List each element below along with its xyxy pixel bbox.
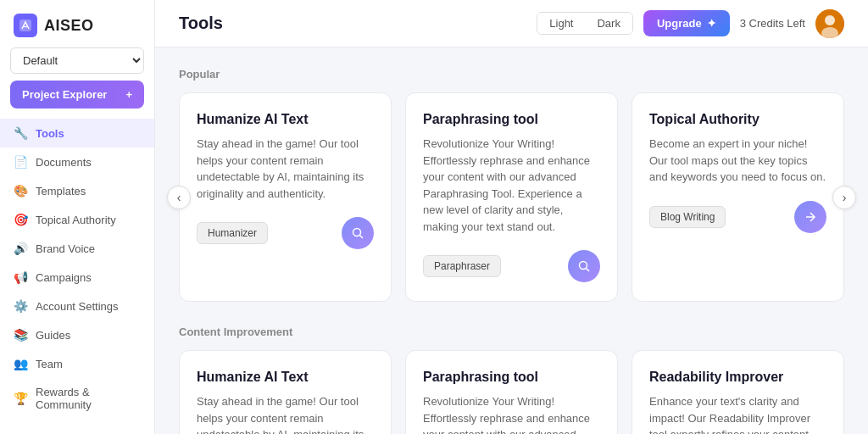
credits-left: 3 Credits Left xyxy=(740,17,805,30)
header: Tools Light Dark Upgrade ✦ 3 Credits Lef… xyxy=(155,0,868,47)
project-dropdown[interactable]: Default xyxy=(10,47,144,74)
improvement-card-1: Paraphrasing tool Revolutionize Your Wri… xyxy=(405,350,618,434)
sidebar-item-templates[interactable]: 🎨 Templates xyxy=(0,176,154,205)
popular-card-1-action[interactable] xyxy=(568,250,600,282)
logo-text: AISEO xyxy=(44,17,94,35)
team-icon: 👥 xyxy=(14,357,27,370)
sidebar-item-api[interactable]: 🔗 API xyxy=(0,419,154,424)
sidebar-item-rewards-community[interactable]: 🏆 Rewards & Community xyxy=(0,378,154,419)
popular-card-0-badge[interactable]: Humanizer xyxy=(197,222,268,244)
improvement-card-0-title: Humanize AI Text xyxy=(197,370,374,385)
upgrade-label: Upgrade xyxy=(657,17,702,30)
main-content: Tools Light Dark Upgrade ✦ 3 Credits Lef… xyxy=(155,0,868,434)
improvement-card-0: Humanize AI Text Stay ahead in the game!… xyxy=(179,350,392,434)
svg-point-4 xyxy=(353,229,361,236)
popular-card-2-action[interactable] xyxy=(794,201,826,233)
sidebar-item-brand-voice-label: Brand Voice xyxy=(36,242,95,255)
theme-light-button[interactable]: Light xyxy=(537,13,585,34)
popular-card-2-title: Topical Authority xyxy=(649,112,826,127)
sidebar-item-topical-authority[interactable]: 🎯 Topical Authority xyxy=(0,205,154,234)
popular-card-1-title: Paraphrasing tool xyxy=(423,112,600,127)
documents-icon: 📄 xyxy=(14,155,27,169)
sidebar-item-topical-authority-label: Topical Authority xyxy=(36,214,116,226)
improvement-section-label: Content Improvement xyxy=(179,326,844,338)
popular-card-1-badge[interactable]: Paraphraser xyxy=(423,255,501,277)
improvement-card-2-title: Readability Improver xyxy=(649,370,826,385)
avatar[interactable] xyxy=(815,9,844,38)
sidebar-item-documents-label: Documents xyxy=(36,156,92,169)
guides-icon: 📚 xyxy=(14,328,27,342)
popular-card-0-desc: Stay ahead in the game! Our tool helps y… xyxy=(197,136,374,202)
sidebar-item-tools-label: Tools xyxy=(36,127,64,140)
sidebar-item-campaigns-label: Campaigns xyxy=(36,271,92,284)
svg-point-6 xyxy=(580,262,587,270)
improvement-card-1-desc: Revolutionize Your Writing! Effortlessly… xyxy=(423,393,600,434)
popular-card-2-badge[interactable]: Blog Writing xyxy=(649,206,726,228)
improvement-card-2: Readability Improver Enhance your text's… xyxy=(632,350,844,434)
improvement-cards-row: Humanize AI Text Stay ahead in the game!… xyxy=(179,350,844,434)
sidebar-nav: 🔧 Tools 📄 Documents 🎨 Templates 🎯 Topica… xyxy=(0,119,154,424)
popular-card-0-footer: Humanizer xyxy=(197,217,374,249)
sidebar-item-documents[interactable]: 📄 Documents xyxy=(0,147,154,176)
sidebar-item-team-label: Team xyxy=(36,358,63,370)
account-settings-icon: ⚙️ xyxy=(14,299,27,313)
popular-card-0: Humanize AI Text Stay ahead in the game!… xyxy=(179,92,392,302)
project-select-wrapper[interactable]: Default xyxy=(10,47,144,74)
popular-cards-row: ‹ Humanize AI Text Stay ahead in the gam… xyxy=(179,92,844,302)
popular-card-2: Topical Authority Become an expert in yo… xyxy=(632,92,844,302)
sidebar-item-tools[interactable]: 🔧 Tools xyxy=(0,119,154,147)
improvement-card-1-title: Paraphrasing tool xyxy=(423,370,600,385)
sidebar-item-account-settings[interactable]: ⚙️ Account Settings xyxy=(0,292,154,320)
popular-card-2-desc: Become an expert in your niche! Our tool… xyxy=(649,136,826,186)
improvement-card-0-desc: Stay ahead in the game! Our tool helps y… xyxy=(197,393,374,434)
rewards-icon: 🏆 xyxy=(14,392,27,405)
popular-card-1: Paraphrasing tool Revolutionize Your Wri… xyxy=(405,92,618,302)
brand-voice-icon: 🔊 xyxy=(14,242,27,255)
sidebar-item-guides-label: Guides xyxy=(36,329,70,342)
upgrade-star-icon: ✦ xyxy=(707,17,716,30)
theme-dark-button[interactable]: Dark xyxy=(585,13,632,34)
logo-icon xyxy=(14,14,37,37)
sidebar-item-guides[interactable]: 📚 Guides xyxy=(0,320,154,349)
campaigns-icon: 📢 xyxy=(14,270,27,284)
popular-section-label: Popular xyxy=(179,68,844,81)
sidebar-item-team[interactable]: 👥 Team xyxy=(0,349,154,378)
svg-line-5 xyxy=(360,236,364,239)
sidebar-item-account-settings-label: Account Settings xyxy=(36,300,119,313)
templates-icon: 🎨 xyxy=(14,184,27,198)
content-area: Popular ‹ Humanize AI Text Stay ahead in… xyxy=(155,47,868,434)
popular-card-2-footer: Blog Writing xyxy=(649,201,826,233)
sidebar-item-templates-label: Templates xyxy=(36,185,86,198)
popular-card-1-desc: Revolutionize Your Writing! Effortlessly… xyxy=(423,136,600,235)
sidebar-item-campaigns[interactable]: 📢 Campaigns xyxy=(0,263,154,292)
tools-icon: 🔧 xyxy=(14,126,27,140)
project-explorer-button[interactable]: Project Explorer + xyxy=(10,81,144,108)
theme-toggle: Light Dark xyxy=(537,12,633,35)
popular-card-0-title: Humanize AI Text xyxy=(197,112,374,127)
sidebar: AISEO Default Project Explorer + 🔧 Tools… xyxy=(0,0,155,434)
popular-next-arrow[interactable]: › xyxy=(832,186,856,209)
improvement-card-2-desc: Enhance your text's clarity and impact! … xyxy=(649,393,826,434)
popular-card-0-action[interactable] xyxy=(342,217,374,249)
upgrade-button[interactable]: Upgrade ✦ xyxy=(643,10,730,36)
svg-line-7 xyxy=(587,269,590,272)
page-title: Tools xyxy=(179,14,223,33)
popular-card-1-footer: Paraphraser xyxy=(423,250,600,282)
topical-authority-icon: 🎯 xyxy=(14,213,27,226)
sidebar-item-brand-voice[interactable]: 🔊 Brand Voice xyxy=(0,234,154,263)
sidebar-item-rewards-community-label: Rewards & Community xyxy=(36,386,141,411)
popular-prev-arrow[interactable]: ‹ xyxy=(167,186,191,209)
svg-point-2 xyxy=(825,15,835,25)
header-right: Light Dark Upgrade ✦ 3 Credits Left xyxy=(537,9,844,38)
logo-area: AISEO xyxy=(0,10,154,47)
